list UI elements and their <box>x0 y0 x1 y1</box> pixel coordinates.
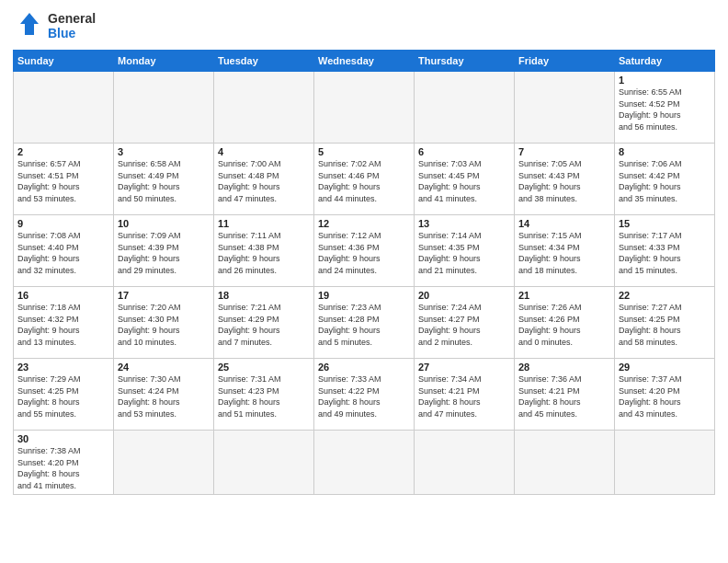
calendar-cell: 8Sunrise: 7:06 AM Sunset: 4:42 PM Daylig… <box>615 144 715 215</box>
day-info: Sunrise: 7:23 AM Sunset: 4:28 PM Dayligh… <box>318 302 410 348</box>
calendar-week-row: 2Sunrise: 6:57 AM Sunset: 4:51 PM Daylig… <box>14 144 715 215</box>
calendar-week-row: 30Sunrise: 7:38 AM Sunset: 4:20 PM Dayli… <box>14 431 715 495</box>
day-number: 15 <box>619 218 711 229</box>
calendar-week-row: 16Sunrise: 7:18 AM Sunset: 4:32 PM Dayli… <box>14 287 715 359</box>
day-info: Sunrise: 7:08 AM Sunset: 4:40 PM Dayligh… <box>17 230 109 276</box>
calendar-cell: 14Sunrise: 7:15 AM Sunset: 4:34 PM Dayli… <box>515 215 615 287</box>
day-number: 11 <box>218 218 310 229</box>
calendar-cell: 27Sunrise: 7:34 AM Sunset: 4:21 PM Dayli… <box>415 359 515 431</box>
calendar-cell: 26Sunrise: 7:33 AM Sunset: 4:22 PM Dayli… <box>314 359 415 431</box>
calendar-cell <box>314 72 415 144</box>
day-number: 23 <box>17 362 109 373</box>
header: General Blue <box>13 9 715 42</box>
day-info: Sunrise: 7:15 AM Sunset: 4:34 PM Dayligh… <box>518 230 610 276</box>
day-info: Sunrise: 7:09 AM Sunset: 4:39 PM Dayligh… <box>118 230 210 276</box>
calendar-cell <box>214 72 314 144</box>
calendar-cell <box>114 431 214 495</box>
day-info: Sunrise: 6:57 AM Sunset: 4:51 PM Dayligh… <box>17 158 109 204</box>
day-number: 21 <box>518 290 610 301</box>
day-info: Sunrise: 7:36 AM Sunset: 4:21 PM Dayligh… <box>518 373 610 419</box>
calendar-cell <box>314 431 415 495</box>
calendar-cell <box>415 431 515 495</box>
calendar-cell: 11Sunrise: 7:11 AM Sunset: 4:38 PM Dayli… <box>214 215 314 287</box>
logo-blue: Blue <box>48 26 96 40</box>
calendar-cell: 30Sunrise: 7:38 AM Sunset: 4:20 PM Dayli… <box>14 431 114 495</box>
day-info: Sunrise: 7:05 AM Sunset: 4:43 PM Dayligh… <box>518 158 610 204</box>
day-number: 1 <box>619 75 711 86</box>
day-number: 8 <box>619 146 711 157</box>
calendar-cell: 7Sunrise: 7:05 AM Sunset: 4:43 PM Daylig… <box>515 144 615 215</box>
calendar-cell: 24Sunrise: 7:30 AM Sunset: 4:24 PM Dayli… <box>114 359 214 431</box>
calendar-cell: 19Sunrise: 7:23 AM Sunset: 4:28 PM Dayli… <box>314 287 415 359</box>
day-number: 26 <box>318 362 410 373</box>
calendar-cell: 6Sunrise: 7:03 AM Sunset: 4:45 PM Daylig… <box>415 144 515 215</box>
calendar-cell: 28Sunrise: 7:36 AM Sunset: 4:21 PM Dayli… <box>515 359 615 431</box>
calendar-cell: 1Sunrise: 6:55 AM Sunset: 4:52 PM Daylig… <box>615 72 715 144</box>
day-number: 25 <box>218 362 310 373</box>
day-info: Sunrise: 6:55 AM Sunset: 4:52 PM Dayligh… <box>619 86 711 132</box>
day-info: Sunrise: 7:03 AM Sunset: 4:45 PM Dayligh… <box>418 158 510 204</box>
day-info: Sunrise: 7:11 AM Sunset: 4:38 PM Dayligh… <box>218 230 310 276</box>
day-info: Sunrise: 7:24 AM Sunset: 4:27 PM Dayligh… <box>418 302 510 348</box>
day-info: Sunrise: 7:14 AM Sunset: 4:35 PM Dayligh… <box>418 230 510 276</box>
calendar-cell: 16Sunrise: 7:18 AM Sunset: 4:32 PM Dayli… <box>14 287 114 359</box>
calendar-header-tuesday: Tuesday <box>214 51 314 72</box>
day-info: Sunrise: 7:30 AM Sunset: 4:24 PM Dayligh… <box>118 373 210 419</box>
logo-svg: General Blue <box>13 9 96 42</box>
calendar-cell: 5Sunrise: 7:02 AM Sunset: 4:46 PM Daylig… <box>314 144 415 215</box>
calendar-week-row: 9Sunrise: 7:08 AM Sunset: 4:40 PM Daylig… <box>14 215 715 287</box>
day-number: 29 <box>619 362 711 373</box>
day-info: Sunrise: 7:17 AM Sunset: 4:33 PM Dayligh… <box>619 230 711 276</box>
calendar-cell: 10Sunrise: 7:09 AM Sunset: 4:39 PM Dayli… <box>114 215 214 287</box>
calendar-cell: 9Sunrise: 7:08 AM Sunset: 4:40 PM Daylig… <box>14 215 114 287</box>
calendar-header-friday: Friday <box>515 51 615 72</box>
day-info: Sunrise: 7:31 AM Sunset: 4:23 PM Dayligh… <box>218 373 310 419</box>
day-info: Sunrise: 7:20 AM Sunset: 4:30 PM Dayligh… <box>118 302 210 348</box>
day-number: 5 <box>318 146 410 157</box>
day-info: Sunrise: 7:06 AM Sunset: 4:42 PM Dayligh… <box>619 158 711 204</box>
page: General Blue SundayMondayTuesdayWednesda… <box>0 0 728 563</box>
day-number: 27 <box>418 362 510 373</box>
calendar-cell: 25Sunrise: 7:31 AM Sunset: 4:23 PM Dayli… <box>214 359 314 431</box>
day-number: 9 <box>17 218 109 229</box>
calendar-cell <box>415 72 515 144</box>
calendar-cell: 17Sunrise: 7:20 AM Sunset: 4:30 PM Dayli… <box>114 287 214 359</box>
day-number: 3 <box>118 146 210 157</box>
day-number: 2 <box>17 146 109 157</box>
day-info: Sunrise: 7:02 AM Sunset: 4:46 PM Dayligh… <box>318 158 410 204</box>
calendar-cell: 13Sunrise: 7:14 AM Sunset: 4:35 PM Dayli… <box>415 215 515 287</box>
day-info: Sunrise: 6:58 AM Sunset: 4:49 PM Dayligh… <box>118 158 210 204</box>
day-number: 14 <box>518 218 610 229</box>
calendar-cell: 20Sunrise: 7:24 AM Sunset: 4:27 PM Dayli… <box>415 287 515 359</box>
calendar-cell <box>615 431 715 495</box>
calendar: SundayMondayTuesdayWednesdayThursdayFrid… <box>13 50 715 495</box>
svg-marker-0 <box>20 13 39 35</box>
calendar-header-wednesday: Wednesday <box>314 51 415 72</box>
day-info: Sunrise: 7:21 AM Sunset: 4:29 PM Dayligh… <box>218 302 310 348</box>
day-info: Sunrise: 7:38 AM Sunset: 4:20 PM Dayligh… <box>17 445 109 491</box>
day-info: Sunrise: 7:29 AM Sunset: 4:25 PM Dayligh… <box>17 373 109 419</box>
calendar-week-row: 23Sunrise: 7:29 AM Sunset: 4:25 PM Dayli… <box>14 359 715 431</box>
calendar-cell: 23Sunrise: 7:29 AM Sunset: 4:25 PM Dayli… <box>14 359 114 431</box>
day-number: 17 <box>118 290 210 301</box>
day-number: 7 <box>518 146 610 157</box>
calendar-cell: 29Sunrise: 7:37 AM Sunset: 4:20 PM Dayli… <box>615 359 715 431</box>
calendar-header-row: SundayMondayTuesdayWednesdayThursdayFrid… <box>14 51 715 72</box>
day-number: 10 <box>118 218 210 229</box>
calendar-cell <box>515 431 615 495</box>
calendar-cell <box>515 72 615 144</box>
calendar-cell: 4Sunrise: 7:00 AM Sunset: 4:48 PM Daylig… <box>214 144 314 215</box>
calendar-cell: 3Sunrise: 6:58 AM Sunset: 4:49 PM Daylig… <box>114 144 214 215</box>
day-info: Sunrise: 7:00 AM Sunset: 4:48 PM Dayligh… <box>218 158 310 204</box>
day-info: Sunrise: 7:12 AM Sunset: 4:36 PM Dayligh… <box>318 230 410 276</box>
day-number: 28 <box>518 362 610 373</box>
calendar-cell <box>214 431 314 495</box>
day-info: Sunrise: 7:34 AM Sunset: 4:21 PM Dayligh… <box>418 373 510 419</box>
day-number: 13 <box>418 218 510 229</box>
logo: General Blue <box>13 9 96 42</box>
day-info: Sunrise: 7:33 AM Sunset: 4:22 PM Dayligh… <box>318 373 410 419</box>
day-number: 20 <box>418 290 510 301</box>
calendar-header-monday: Monday <box>114 51 214 72</box>
calendar-header-sunday: Sunday <box>14 51 114 72</box>
calendar-cell <box>14 72 114 144</box>
